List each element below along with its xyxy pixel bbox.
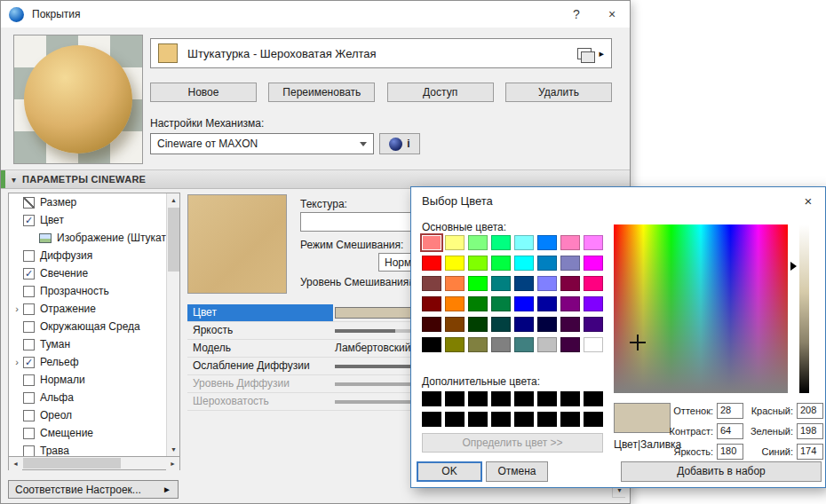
engine-dropdown[interactable]: Cineware от MAXON [150,133,374,154]
checkbox[interactable] [23,303,35,315]
basic-color-swatch[interactable] [422,337,441,352]
rename-button[interactable]: Переименовать [268,83,375,102]
custom-color-swatch[interactable] [468,412,488,427]
tree-item[interactable]: Смещение [9,424,166,442]
new-button[interactable]: Новое [150,83,257,102]
basic-color-swatch[interactable] [560,235,580,250]
custom-color-swatch[interactable] [422,412,441,427]
scrollbar-thumb[interactable] [23,458,121,469]
basic-color-swatch[interactable] [514,235,534,250]
cineware-engine-button[interactable]: i [379,133,420,154]
tree-item[interactable]: Нормали [9,371,166,389]
scroll-down-icon[interactable]: ▼ [167,443,180,456]
basic-color-swatch[interactable] [422,317,441,332]
close-button[interactable]: × [594,1,630,28]
material-name-dropdown[interactable]: Штукатурка - Шероховатая Желтая ▸ [150,38,612,68]
basic-color-swatch[interactable] [491,276,511,291]
tree-item[interactable]: Туман [9,335,166,353]
basic-color-swatch[interactable] [537,337,557,352]
hue-saturation-field[interactable] [614,224,788,393]
custom-color-swatch[interactable] [422,391,441,406]
tree-item[interactable]: Прозрачность [9,282,166,300]
basic-color-swatch[interactable] [514,337,534,352]
custom-color-swatch[interactable] [537,391,557,406]
custom-color-swatch[interactable] [584,391,603,406]
basic-color-swatch[interactable] [537,276,557,291]
basic-color-swatch[interactable] [468,276,488,291]
basic-color-swatch[interactable] [560,337,580,352]
basic-color-swatch[interactable] [422,296,441,311]
basic-color-swatch[interactable] [468,337,488,352]
basic-color-swatch[interactable] [468,256,488,271]
tree-item[interactable]: Окружающая Среда [9,318,166,335]
color-field-value[interactable]: 198 [797,423,823,439]
tree-vertical-scrollbar[interactable]: ▲ ▼ [166,193,179,456]
basic-color-swatch[interactable] [584,337,603,352]
tree-item[interactable]: Размер [9,193,166,211]
scroll-right-icon[interactable]: ► [166,457,179,470]
basic-color-swatch[interactable] [491,235,511,250]
tree-item[interactable]: ✓Цвет [9,211,166,229]
basic-color-swatch[interactable] [514,256,534,271]
basic-color-swatch[interactable] [491,296,511,311]
tree-item[interactable]: ✓Свечение [9,264,166,282]
ok-button[interactable]: OK [417,461,482,482]
chevron-right-icon[interactable]: › [11,356,23,368]
custom-color-swatch[interactable] [491,412,511,427]
custom-color-swatch[interactable] [537,412,557,427]
tree-item[interactable]: Диффузия [9,247,166,264]
checkbox[interactable]: ✓ [23,215,35,226]
custom-color-swatch[interactable] [445,391,465,406]
checkbox[interactable]: ✓ [23,268,35,280]
basic-color-swatch[interactable] [445,337,465,352]
color-field-value[interactable]: 174 [797,444,823,460]
checkbox[interactable] [23,250,35,262]
luminance-marker-icon[interactable] [790,262,797,271]
dialog-title-bar[interactable]: Выбор Цвета × [411,187,825,214]
material-popup-icon[interactable] [577,48,592,59]
checkbox[interactable] [23,392,35,404]
checkbox[interactable] [23,286,35,297]
basic-color-swatch[interactable] [537,256,557,271]
dialog-close-button[interactable]: × [791,187,825,214]
basic-color-swatch[interactable] [584,276,603,291]
custom-color-swatch[interactable] [560,391,580,406]
basic-color-swatch[interactable] [468,317,488,332]
tree-item[interactable]: Ореол [9,406,166,424]
tree-item[interactable]: ›✓Рельеф [9,353,166,371]
basic-color-swatch[interactable] [560,296,580,311]
basic-color-swatch[interactable] [560,276,580,291]
tree-item[interactable]: ›Отражение [9,300,166,318]
custom-color-swatch[interactable] [514,391,534,406]
basic-color-swatch[interactable] [491,317,511,332]
cancel-button[interactable]: Отмена [486,461,548,482]
custom-color-swatch[interactable] [560,412,580,427]
custom-color-swatch[interactable] [514,412,534,427]
basic-color-swatch[interactable] [422,235,441,250]
custom-color-swatch[interactable] [445,412,465,427]
basic-color-swatch[interactable] [468,235,488,250]
basic-color-swatch[interactable] [514,276,534,291]
basic-color-swatch[interactable] [560,256,580,271]
basic-color-swatch[interactable] [445,256,465,271]
checkbox[interactable]: ✓ [23,357,35,368]
basic-color-swatch[interactable] [468,296,488,311]
delete-button[interactable]: Удалить [505,83,612,102]
scrollbar-thumb[interactable] [168,208,179,272]
add-to-custom-button[interactable]: Добавить в набор [621,461,822,482]
basic-color-swatch[interactable] [560,317,580,332]
checkbox[interactable] [23,374,35,386]
tree-item[interactable]: Альфа [9,389,166,406]
custom-color-swatch[interactable] [491,391,511,406]
checkbox[interactable] [23,410,35,421]
checkbox[interactable] [23,321,35,333]
basic-color-swatch[interactable] [537,317,557,332]
title-bar[interactable]: Покрытия ? × [1,1,630,28]
basic-color-swatch[interactable] [584,256,603,271]
color-field-value[interactable]: 208 [797,403,823,419]
basic-color-swatch[interactable] [491,337,511,352]
checkbox[interactable] [23,445,35,457]
basic-color-swatch[interactable] [514,296,534,311]
chevron-right-icon[interactable]: › [11,303,23,315]
basic-color-swatch[interactable] [445,296,465,311]
